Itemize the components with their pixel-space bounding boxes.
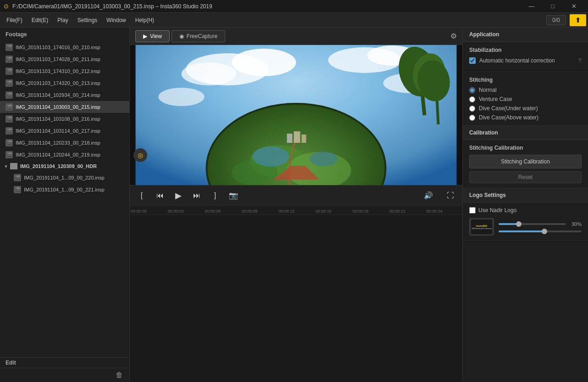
compass-button[interactable]: ◎ (133, 148, 147, 162)
timeline-tracks[interactable] (130, 215, 462, 242)
stitching-content: Stitching Normal Venture Case Dive Case(… (463, 72, 588, 125)
stitching-dive-above-row[interactable]: Dive Case(Above water) (469, 114, 582, 121)
stitching-venture-label: Venture Case (479, 96, 512, 102)
menu-window[interactable]: Window (102, 15, 131, 25)
file-item[interactable]: 🎬IMG_20191104_103114_00_217.insp (0, 125, 129, 137)
help-icon[interactable]: ? (578, 57, 582, 64)
stitching-venture-row[interactable]: Venture Case (469, 96, 582, 102)
titlebar: ⊙ F:/DCIM/Camera01/IMG_20191104_103003_0… (0, 0, 588, 13)
viewer-settings-icon[interactable]: ⚙ (450, 32, 457, 40)
center-panel: ▶ View ◉ FreeCapture ⚙ (130, 28, 462, 382)
file-item[interactable]: 🎬IMG_20191104_1...09_00_220.insp (0, 172, 129, 184)
menu-help[interactable]: Help(H) (131, 15, 159, 25)
stabilization-label: Stabilization (469, 47, 582, 53)
use-nadir-checkbox[interactable] (469, 207, 476, 213)
stitching-normal-radio[interactable] (469, 87, 475, 93)
svg-point-26 (310, 152, 338, 166)
snapshot-button[interactable]: 📷 (227, 189, 240, 202)
fullscreen-button[interactable]: ⛶ (444, 189, 457, 202)
stitching-dive-above-label: Dive Case(Above water) (479, 114, 538, 121)
slider2-track[interactable] (499, 230, 582, 232)
bracket-right-button[interactable]: ] (209, 189, 222, 202)
stitching-dive-under-radio[interactable] (469, 106, 475, 112)
maximize-button[interactable]: □ (542, 0, 563, 13)
prev-frame-button[interactable]: ⏮ (154, 189, 166, 202)
tab-view[interactable]: ▶ View (135, 30, 170, 42)
stitching-venture-radio[interactable] (469, 96, 475, 102)
file-list: 🎬IMG_20191103_174016_00_210.insp🎬IMG_201… (0, 41, 129, 357)
menubar-right: 0/0 ⬆ (546, 14, 586, 26)
slider2-thumb[interactable] (542, 229, 547, 234)
logo-settings-content: Use Nadir Logo Insta360 360 Panorama Cam… (463, 202, 588, 240)
right-panel: Application Stabilization Automatic hori… (462, 28, 588, 382)
stitching-dive-under-label: Dive Case(Under water) (479, 105, 538, 112)
tab-view-label: View (150, 33, 162, 39)
time-mark: 00:00:09 (241, 209, 278, 213)
file-name: IMG_20191104_102934_00_214.insp (16, 92, 100, 98)
menu-settings[interactable]: Settings (73, 15, 102, 25)
menu-edit[interactable]: Edit(E) (27, 15, 53, 25)
sidebar-footer: 🗑 (0, 368, 129, 382)
bracket-left-button[interactable]: [ (135, 189, 148, 202)
tab-freecapture-label: FreeCapture (187, 33, 217, 39)
logo-settings-section: Logo Settings Use Nadir Logo Insta360 36… (463, 188, 588, 241)
stitching-normal-row[interactable]: Normal (469, 87, 582, 93)
svg-rect-21 (302, 135, 306, 143)
svg-point-25 (253, 146, 289, 167)
file-item[interactable]: 🎬IMG_20191103_174028_00_211.insp (0, 53, 129, 65)
stitching-dive-above-radio[interactable] (469, 115, 475, 121)
stitching-normal-label: Normal (479, 87, 497, 93)
stitching-calibration-button[interactable]: Stitching Calibration (469, 155, 582, 169)
file-icon: 🎬 (6, 103, 13, 111)
file-name: IMG_20191104_1...09_00_220.insp (24, 175, 105, 180)
file-item[interactable]: 🎬IMG_20191104_120244_00_219.insp (0, 149, 129, 161)
reset-button[interactable]: Reset (469, 171, 582, 183)
slider1-track[interactable] (499, 223, 566, 225)
minimize-button[interactable]: — (521, 0, 542, 13)
export-button[interactable]: ⬆ (570, 14, 586, 26)
volume-button[interactable]: 🔊 (422, 189, 435, 202)
titlebar-title: F:/DCIM/Camera01/IMG_20191104_103003_00_… (12, 3, 212, 10)
file-item[interactable]: 🎬IMG_20191104_103108_00_216.insp (0, 113, 129, 125)
file-item[interactable]: 🎬IMG_20191104_103003_00_215.insp (0, 101, 129, 113)
svg-point-4 (182, 62, 237, 85)
file-name: IMG_20191104_120233_00_218.insp (16, 140, 100, 146)
logo-settings-label: Logo Settings (469, 192, 506, 198)
viewer-tabs: ▶ View ◉ FreeCapture (135, 30, 225, 42)
file-item[interactable]: 🎬IMG_20191104_120233_00_218.insp (0, 137, 129, 149)
file-item[interactable]: 🎬IMG_20191103_174320_00_213.insp (0, 77, 129, 89)
stabilization-content: Stabilization Automatic horizontal corre… (463, 42, 588, 72)
auto-horizontal-checkbox[interactable] (469, 57, 476, 64)
calibration-header-button[interactable]: Calibration (463, 126, 588, 140)
svg-point-7 (159, 88, 205, 106)
stabilization-section: Stabilization Automatic horizontal corre… (463, 42, 588, 72)
stitching-label: Stitching (469, 77, 582, 83)
svg-point-3 (232, 49, 296, 76)
use-nadir-row: Use Nadir Logo (469, 207, 582, 213)
stitching-radio-group: Normal Venture Case Dive Case(Under wate… (469, 87, 582, 121)
play-button[interactable]: ▶ (172, 189, 185, 202)
file-item[interactable]: ▼IMG_20191104_120309_00_HDR (0, 161, 129, 172)
tab-freecapture[interactable]: ◉ FreeCapture (172, 30, 225, 42)
menu-file[interactable]: File(F) (2, 15, 27, 25)
file-icon: 🎬 (6, 44, 13, 51)
stitching-dive-under-row[interactable]: Dive Case(Under water) (469, 105, 582, 112)
close-button[interactable]: ✕ (563, 0, 584, 13)
slider1-thumb[interactable] (516, 221, 521, 227)
menu-play[interactable]: Play (53, 15, 72, 25)
file-item[interactable]: 🎬IMG_20191104_102934_00_214.insp (0, 89, 129, 101)
file-item[interactable]: 🎬IMG_20191103_174016_00_210.insp (0, 41, 129, 53)
timeline: 00:00:0000:00:0300:00:0600:00:0900:00:12… (130, 205, 462, 242)
application-button[interactable]: Application (463, 28, 588, 42)
file-name: IMG_20191103_174320_00_213.insp (16, 80, 100, 86)
delete-button[interactable]: 🗑 (113, 370, 126, 380)
next-frame-button[interactable]: ⏭ (190, 189, 203, 202)
file-name: IMG_20191104_103003_00_215.insp (16, 104, 100, 110)
edit-label: Edit (0, 357, 129, 368)
file-item[interactable]: 🎬IMG_20191103_174310_00_212.insp (0, 65, 129, 77)
file-icon: 🎬 (14, 174, 21, 181)
file-icon: 🎬 (6, 139, 13, 146)
menubar: File(F) Edit(E) Play Settings Window Hel… (0, 13, 588, 28)
file-item[interactable]: 🎬IMG_20191104_1...09_00_221.insp (0, 184, 129, 196)
logo-settings-header-button[interactable]: Logo Settings (463, 188, 588, 202)
